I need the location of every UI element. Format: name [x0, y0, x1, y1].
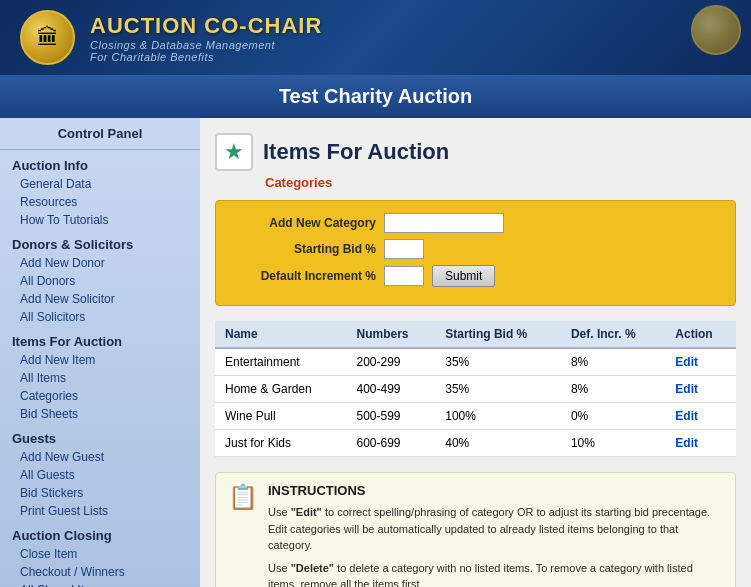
sidebar-link-how-to-tutorials[interactable]: How To Tutorials	[0, 211, 200, 229]
app-subtitle-line2: For Charitable Benefits	[90, 51, 322, 63]
instructions-box: 📋 INSTRUCTIONS Use "Edit" to correct spe…	[215, 472, 736, 587]
app-title: AUCTION CO-CHAIR	[90, 13, 322, 39]
sidebar-link-categories[interactable]: Categories	[0, 387, 200, 405]
section-header: ★ Items For Auction	[215, 133, 736, 171]
categories-table: Name Numbers Starting Bid % Def. Incr. %…	[215, 321, 736, 457]
sidebar-section-donors: Donors & Solicitors	[0, 229, 200, 254]
starting-bid-input[interactable]	[384, 239, 424, 259]
cell-starting-bid: 40%	[435, 430, 561, 457]
cell-name: Home & Garden	[215, 376, 347, 403]
app-header: 🏛 AUCTION CO-CHAIR Closings & Database M…	[0, 0, 751, 75]
sidebar-link-all-solicitors[interactable]: All Solicitors	[0, 308, 200, 326]
form-label-default-increment: Default Increment %	[236, 269, 376, 283]
cell-name: Just for Kids	[215, 430, 347, 457]
sidebar-link-general-data[interactable]: General Data	[0, 175, 200, 193]
form-row-starting-bid: Starting Bid %	[236, 239, 715, 259]
sidebar-section-auction-info: Auction Info	[0, 150, 200, 175]
cell-name: Wine Pull	[215, 403, 347, 430]
table-row: Home & Garden 400-499 35% 8% Edit	[215, 376, 736, 403]
add-category-form: Add New Category Starting Bid % Default …	[215, 200, 736, 306]
col-header-action: Action	[665, 321, 736, 348]
sidebar-link-all-closed-items[interactable]: All Closed Items	[0, 581, 200, 587]
sidebar-link-resources[interactable]: Resources	[0, 193, 200, 211]
cell-numbers: 500-599	[347, 403, 436, 430]
sidebar-link-all-guests[interactable]: All Guests	[0, 466, 200, 484]
page-title-bar: Test Charity Auction	[0, 75, 751, 118]
sidebar-link-checkout-winners[interactable]: Checkout / Winners	[0, 563, 200, 581]
cell-def-incr: 8%	[561, 376, 665, 403]
sidebar-section-closing: Auction Closing	[0, 520, 200, 545]
col-header-name: Name	[215, 321, 347, 348]
sidebar-link-add-new-item[interactable]: Add New Item	[0, 351, 200, 369]
sidebar-link-add-new-solicitor[interactable]: Add New Solicitor	[0, 290, 200, 308]
cell-def-incr: 8%	[561, 348, 665, 376]
sidebar-link-close-item[interactable]: Close Item	[0, 545, 200, 563]
star-icon: ★	[215, 133, 253, 171]
sidebar-section-items: Items For Auction	[0, 326, 200, 351]
header-coin-icon: 🏛	[20, 10, 75, 65]
col-header-starting-bid: Starting Bid %	[435, 321, 561, 348]
cell-numbers: 600-699	[347, 430, 436, 457]
instructions-paragraph-2: Use "Delete" to delete a category with n…	[268, 560, 723, 588]
sidebar-section-guests: Guests	[0, 423, 200, 448]
edit-link[interactable]: Edit	[675, 382, 698, 396]
cell-starting-bid: 100%	[435, 403, 561, 430]
instructions-icon: 📋	[228, 483, 258, 587]
cell-action: Edit	[665, 403, 736, 430]
section-title: Items For Auction	[263, 139, 449, 165]
form-label-category: Add New Category	[236, 216, 376, 230]
edit-link[interactable]: Edit	[675, 355, 698, 369]
sidebar-header: Control Panel	[0, 118, 200, 150]
col-header-numbers: Numbers	[347, 321, 436, 348]
sidebar-link-all-items[interactable]: All Items	[0, 369, 200, 387]
cell-action: Edit	[665, 430, 736, 457]
sidebar-link-all-donors[interactable]: All Donors	[0, 272, 200, 290]
section-subtitle: Categories	[265, 175, 736, 190]
sidebar-link-bid-stickers[interactable]: Bid Stickers	[0, 484, 200, 502]
page-title: Test Charity Auction	[279, 85, 472, 107]
main-content: ★ Items For Auction Categories Add New C…	[200, 118, 751, 587]
sidebar-link-add-new-donor[interactable]: Add New Donor	[0, 254, 200, 272]
cell-name: Entertainment	[215, 348, 347, 376]
cell-starting-bid: 35%	[435, 348, 561, 376]
form-row-category: Add New Category	[236, 213, 715, 233]
table-row: Wine Pull 500-599 100% 0% Edit	[215, 403, 736, 430]
add-new-category-input[interactable]	[384, 213, 504, 233]
sidebar-link-print-guest-lists[interactable]: Print Guest Lists	[0, 502, 200, 520]
sidebar-link-add-new-guest[interactable]: Add New Guest	[0, 448, 200, 466]
sidebar: Control Panel Auction Info General Data …	[0, 118, 200, 587]
cell-action: Edit	[665, 376, 736, 403]
submit-button[interactable]: Submit	[432, 265, 495, 287]
form-label-starting-bid: Starting Bid %	[236, 242, 376, 256]
cell-numbers: 200-299	[347, 348, 436, 376]
cell-def-incr: 10%	[561, 430, 665, 457]
form-row-default-increment: Default Increment % Submit	[236, 265, 715, 287]
cell-action: Edit	[665, 348, 736, 376]
default-increment-input[interactable]	[384, 266, 424, 286]
edit-link[interactable]: Edit	[675, 436, 698, 450]
instructions-content: INSTRUCTIONS Use "Edit" to correct spell…	[268, 483, 723, 587]
instructions-paragraph-1: Use "Edit" to correct spelling/phrasing …	[268, 504, 723, 554]
table-row: Just for Kids 600-699 40% 10% Edit	[215, 430, 736, 457]
cell-def-incr: 0%	[561, 403, 665, 430]
header-text-block: AUCTION CO-CHAIR Closings & Database Man…	[90, 13, 322, 63]
header-coin2-decoration	[691, 5, 741, 55]
main-layout: Control Panel Auction Info General Data …	[0, 118, 751, 587]
cell-starting-bid: 35%	[435, 376, 561, 403]
cell-numbers: 400-499	[347, 376, 436, 403]
app-subtitle-line1: Closings & Database Management	[90, 39, 322, 51]
sidebar-link-bid-sheets[interactable]: Bid Sheets	[0, 405, 200, 423]
col-header-def-incr: Def. Incr. %	[561, 321, 665, 348]
instructions-title: INSTRUCTIONS	[268, 483, 723, 498]
edit-link[interactable]: Edit	[675, 409, 698, 423]
table-header-row: Name Numbers Starting Bid % Def. Incr. %…	[215, 321, 736, 348]
table-row: Entertainment 200-299 35% 8% Edit	[215, 348, 736, 376]
